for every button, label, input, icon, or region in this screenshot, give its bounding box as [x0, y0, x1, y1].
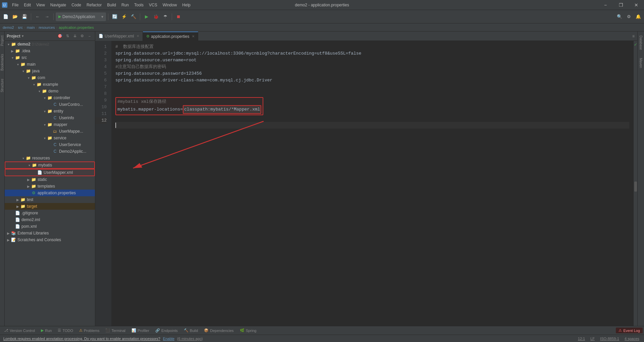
breadcrumb-resources[interactable]: resources — [39, 25, 55, 29]
collapse-all-btn[interactable]: ⇊ — [71, 33, 78, 40]
coverage-btn[interactable]: ☂ — [161, 12, 170, 21]
tree-item-templates[interactable]: ▶ 📁 templates — [5, 183, 95, 190]
code-editor[interactable]: # 数据库连接配置 spring.datasource.url=jdbc:mys… — [111, 41, 633, 326]
breadcrumb-main[interactable]: main — [27, 25, 35, 29]
menu-refactor[interactable]: Refactor — [84, 1, 104, 9]
tree-item-main[interactable]: ▾ 📁 main — [5, 61, 95, 68]
spring-btn[interactable]: 🌿 Spring — [237, 328, 259, 333]
minimize-btn[interactable]: − — [598, 0, 613, 10]
endpoints-btn[interactable]: 🔗 Endpoints — [153, 328, 180, 333]
menu-help[interactable]: Help — [179, 1, 193, 9]
tree-item-entity[interactable]: ▾ 📁 entity — [5, 108, 95, 115]
build-bottom-btn[interactable]: 🔨 Build — [181, 328, 201, 333]
menu-view[interactable]: View — [34, 1, 48, 9]
run-config-btn[interactable]: ▶ Demo2Application ▾ — [56, 12, 106, 21]
maximize-btn[interactable]: ❐ — [613, 0, 629, 10]
menu-navigate[interactable]: Navigate — [48, 1, 69, 9]
tab-appprops[interactable]: ⚙ application.properties ✕ — [143, 31, 198, 41]
tree-item-idea[interactable]: ▶ 📁 .idea — [5, 48, 95, 54]
forward-icon[interactable]: → — [43, 12, 51, 21]
settings-icon[interactable]: ⚙ — [625, 12, 633, 21]
tree-item-userservice[interactable]: ▶ C UserService — [5, 141, 95, 148]
new-file-icon[interactable]: 📄 — [1, 12, 10, 21]
save-icon[interactable]: 💾 — [20, 12, 29, 21]
menu-edit[interactable]: Edit — [21, 1, 34, 9]
tree-item-external[interactable]: ▶ 📚 External Libraries — [5, 230, 95, 236]
tree-item-appprops[interactable]: ▶ ⚙ application.properties — [5, 190, 95, 196]
tree-item-usermapper-xml[interactable]: ▶ 📄 UserMapper.xml — [5, 169, 95, 176]
open-file-icon[interactable]: 📂 — [11, 12, 19, 21]
locate-file-btn[interactable]: 🎯 — [57, 33, 63, 40]
scroll-indicator[interactable] — [634, 182, 637, 192]
project-strip-label[interactable]: Project — [0, 31, 4, 50]
back-icon[interactable]: ← — [33, 12, 42, 21]
close-usermapper-tab[interactable]: ✕ — [137, 34, 139, 38]
tree-item-usercontroller[interactable]: ▶ C UserContro... — [5, 101, 95, 108]
menu-tools[interactable]: Tools — [131, 1, 146, 9]
tree-item-usermapper-java[interactable]: ▶ 🗂 UserMappe... — [5, 128, 95, 135]
run-bottom-btn[interactable]: ▶ Run — [38, 328, 54, 333]
menu-vcs[interactable]: VCS — [146, 1, 160, 9]
tree-item-mapper[interactable]: ▾ 📁 mapper — [5, 121, 95, 128]
tab-overflow-btn[interactable]: ≡ — [630, 34, 637, 39]
settings-gear-btn[interactable]: ⚙ — [79, 33, 86, 40]
maven-icon[interactable]: ⚡ — [120, 12, 128, 21]
menu-run[interactable]: Run — [119, 1, 131, 9]
tree-item-demo2[interactable]: ▾ 📁 demo2 D:\2\demo2 — [5, 41, 95, 48]
dependencies-btn[interactable]: 📦 Dependencies — [201, 328, 236, 333]
tab-usermapper[interactable]: 📄 UserMapper.xml ✕ — [95, 31, 143, 41]
tree-item-example[interactable]: ▾ 📁 example — [5, 81, 95, 88]
update-icon[interactable]: 🔔 — [634, 12, 643, 21]
sync-icon[interactable]: 🔄 — [110, 12, 119, 21]
tree-item-java[interactable]: ▾ 📁 java — [5, 68, 95, 74]
close-btn[interactable]: ✕ — [629, 0, 644, 10]
breadcrumb-demo2[interactable]: demo2 — [3, 25, 14, 29]
tree-item-controller[interactable]: ▾ 📁 controller — [5, 94, 95, 101]
terminal-btn[interactable]: ⬛ Terminal — [103, 328, 128, 333]
tree-item-mybatis[interactable]: ▾ 📁 mybatis — [5, 161, 95, 169]
tree-item-test[interactable]: ▶ 📁 test — [5, 196, 95, 203]
expand-all-btn[interactable]: ⇅ — [64, 33, 71, 40]
tree-item-target[interactable]: ▶ 📁 target — [5, 203, 95, 210]
cursor-position[interactable]: 12:1 — [577, 337, 586, 341]
indent-label[interactable]: 4 spaces — [623, 337, 641, 341]
problems-btn[interactable]: ⚠ Problems — [76, 328, 102, 333]
event-log-btn[interactable]: ⚠ Event Log — [616, 328, 643, 333]
tree-item-static[interactable]: ▶ 📁 static — [5, 176, 95, 183]
tree-item-scratches[interactable]: ▶ 📝 Scratches and Consoles — [5, 236, 95, 243]
search-everywhere-icon[interactable]: 🔍 — [615, 12, 624, 21]
panel-dropdown-icon[interactable]: ▾ — [22, 34, 23, 38]
debug-btn[interactable]: 🐞 — [152, 12, 160, 21]
menu-file[interactable]: File — [9, 1, 21, 9]
tree-item-demo2app[interactable]: ▶ C Demo2Applic... — [5, 148, 95, 155]
profiler-btn[interactable]: 📊 Profiler — [129, 328, 152, 333]
run-btn[interactable]: ▶ — [142, 12, 151, 21]
tree-item-pom[interactable]: ▶ 📄 pom.xml — [5, 223, 95, 230]
tree-item-demo2iml[interactable]: ▶ 📄 demo2.iml — [5, 216, 95, 223]
menu-window[interactable]: Window — [160, 1, 180, 9]
enable-link[interactable]: Enable — [163, 337, 174, 341]
bookmarks-strip-label[interactable]: Bookmarks — [0, 50, 4, 75]
menu-build[interactable]: Build — [104, 1, 119, 9]
tree-item-service[interactable]: ▾ 📁 service — [5, 135, 95, 141]
breadcrumb-file[interactable]: application.properties — [59, 25, 94, 29]
encoding-label[interactable]: ISO-8859-1 — [599, 337, 621, 341]
database-tool-label[interactable]: Database — [639, 31, 643, 54]
tree-item-gitignore[interactable]: ▶ 📄 .gitignore — [5, 210, 95, 216]
build-icon[interactable]: 🔨 — [129, 12, 138, 21]
tree-item-com[interactable]: ▾ 📁 com — [5, 74, 95, 81]
tree-item-demo[interactable]: ▾ 📁 demo — [5, 88, 95, 94]
tree-item-src[interactable]: ▾ 📁 src — [5, 54, 95, 61]
breadcrumb-src[interactable]: src — [18, 25, 23, 29]
structure-strip-label[interactable]: Structure — [0, 75, 4, 96]
todo-btn[interactable]: ☰ TODO — [55, 328, 76, 333]
maven-tool-label[interactable]: Maven — [639, 54, 643, 72]
tree-item-resources[interactable]: ▾ 📁 resources — [5, 155, 95, 161]
stop-btn[interactable]: ⏹ — [174, 12, 183, 21]
tree-item-userinfo[interactable]: ▶ C Userinfo — [5, 115, 95, 121]
hide-panel-btn[interactable]: − — [86, 33, 93, 40]
version-control-btn[interactable]: ⎇ Version Control — [1, 328, 38, 333]
line-separator[interactable]: LF — [589, 337, 596, 341]
close-appprops-tab[interactable]: ✕ — [192, 35, 195, 38]
menu-code[interactable]: Code — [69, 1, 84, 9]
